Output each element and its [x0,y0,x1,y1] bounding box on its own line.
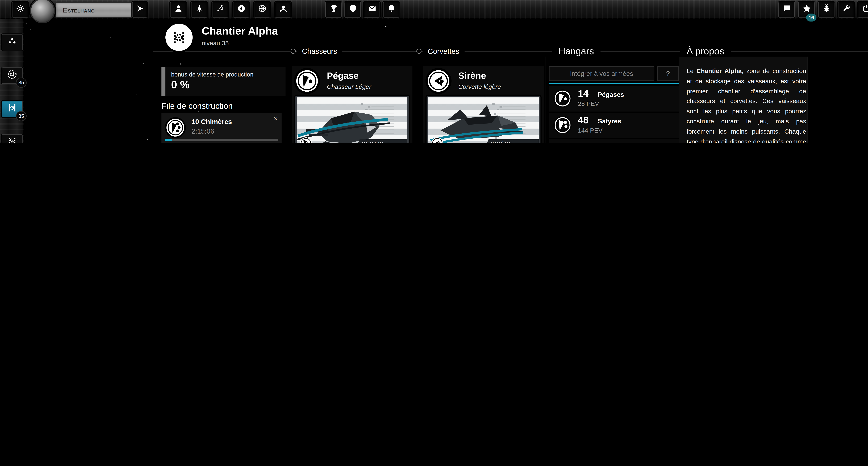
hangar-accent-rule [549,82,679,84]
profile-icon [174,4,183,15]
trophy-icon [329,4,338,15]
queue-item-name: 10 Chimères [191,118,232,126]
sidebar-item-shipyard-beta[interactable]: 11 [2,134,23,143]
queue-item-time: 2:15:06 [191,127,214,135]
dots-menu-icon [7,36,18,49]
ship-blueprint-image: SIRÈNECORVETTE LÉGÈRE [427,96,540,143]
hangar-row-pegases[interactable]: 14 Pégases 28 PEV [549,86,679,111]
settings-button[interactable] [12,2,28,18]
shipyard-alpha-icon [7,103,18,115]
gear-network-icon [7,69,18,82]
game-screen: Estelhang 16 35 35 11 35 10 10 15 35 35 [0,0,868,143]
favorites-button[interactable]: 16 [798,2,815,18]
defense-button[interactable] [344,2,361,18]
diplomacy-button[interactable] [275,2,291,18]
tools-button[interactable] [838,2,855,18]
messages-button[interactable] [364,2,380,18]
mail-icon [367,4,376,15]
queue-progress-fill [165,139,172,141]
player-name-plate[interactable]: Estelhang [56,2,138,18]
column-divider [546,57,546,143]
tab-corvettes[interactable]: Corvettes [423,46,464,56]
power-icon [861,4,868,15]
tab-node[interactable] [416,49,422,54]
sidebar-item-gear-network[interactable]: 35 [2,67,23,84]
tab-node[interactable] [290,49,296,54]
tech-web-icon [257,4,267,15]
bug-report-button[interactable] [818,2,835,18]
shipyard-alpha-header-icon [165,24,193,51]
top-bar: Estelhang 16 [0,0,868,19]
production-bonus-box: bonus de vitesse de production 0 % [161,67,286,96]
bonus-label: bonus de vitesse de production [171,71,286,77]
fleet-icon [195,4,204,15]
help-button[interactable]: ? [657,66,679,81]
ship-blueprint-image: PÉGASECHASSEUR LEGER [295,96,409,143]
sidebar-item-shipyard-alpha[interactable]: 35 [2,101,23,117]
ship-card-sirene: Sirène Corvette légère SIRÈNECORVETTE LÉ… [423,66,544,143]
diplomacy-icon [278,4,287,15]
about-paragraph: Le Chantier Alpha, zone de construction … [687,66,806,143]
ship-count: 33 [578,141,589,143]
left-sidebar: 35 35 11 35 10 10 15 35 35 [0,19,24,143]
resources-button[interactable] [233,2,249,18]
sidebar-badge: 35 [16,111,27,121]
ship-card-pegase: Pégase Chasseur Léger PÉGASECHASSEUR LEG… [292,66,412,143]
arrow-right-icon [135,4,144,15]
ship-pev: 28 PEV [578,100,599,107]
chat-button[interactable] [778,2,795,18]
chimere-icon [165,117,186,138]
favorites-badge: 16 [806,13,816,22]
army-integrate-input[interactable] [549,66,654,81]
hangar-row-satyres[interactable]: 48 Satyres 144 PEV [549,112,679,138]
blueprint-banner: SIRÈNECORVETTE LÉGÈRE [483,139,539,143]
pegase-icon [300,137,312,143]
queue-item-active: 10 Chimères 2:15:06 × [161,113,282,143]
ship-count: 48 [578,115,589,126]
achievements-button[interactable] [325,2,342,18]
shield-icon [348,4,357,15]
ship-count: 14 [578,88,589,100]
starmap-button[interactable] [212,2,228,18]
sidebar-item-overview[interactable] [2,34,23,51]
fleet-button[interactable] [191,2,208,18]
ship-name: Sirène [458,71,486,81]
page-title: Chantier Alpha [202,25,278,37]
gauge-icon [237,4,245,15]
section-a-propos[interactable]: À propos [680,45,731,57]
sirene-icon [431,137,443,143]
tab-chasseurs[interactable]: Chasseurs [297,46,342,56]
profile-button[interactable] [170,2,186,18]
blueprint-banner: PÉGASECHASSEUR LEGER [354,139,407,143]
queue-title: File de construction [161,101,232,110]
ship-name: Pégase [327,71,359,81]
header-rule [153,51,868,52]
page-subtitle: niveau 35 [202,39,229,46]
bug-icon [822,4,831,15]
ship-type: Chasseur Léger [327,83,371,90]
section-hangars[interactable]: Hangars [552,45,601,57]
satyre-icon [553,115,572,135]
construction-queue: 10 Chimères 2:15:06 × Emplacement libre … [161,113,282,143]
sirene-icon [426,68,452,94]
chimere-icon [553,142,572,143]
ship-type: Corvette légère [458,83,501,90]
logout-button[interactable] [858,2,868,18]
chat-icon [782,4,791,15]
wrench-icon [842,4,850,15]
close-icon[interactable]: × [274,115,278,123]
gear-icon [16,4,25,15]
notifications-button[interactable] [383,2,399,18]
sidebar-badge: 35 [16,77,27,88]
queue-progress-track [165,139,278,141]
ship-label: Satyres [598,118,621,125]
ship-label: Pégases [598,91,624,98]
starmap-icon [216,4,225,15]
send-button[interactable] [132,2,147,18]
technology-button[interactable] [254,2,270,18]
bonus-value: 0 % [171,79,286,91]
bell-icon [386,4,396,15]
shipyard-beta-icon [7,136,18,143]
about-text: Le Chantier Alpha, zone de construction … [687,66,806,143]
hangar-row-chimeres[interactable]: 33 Chimères 99 PEV [549,139,679,143]
